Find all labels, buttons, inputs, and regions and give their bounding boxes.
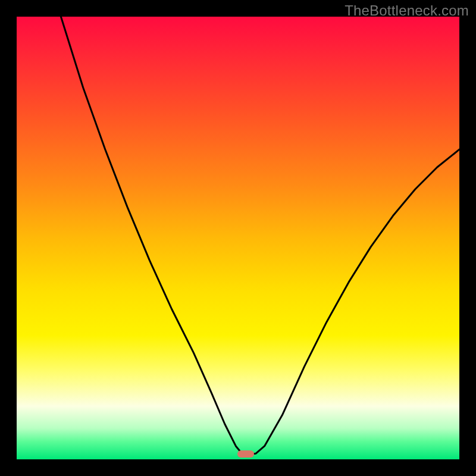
bottleneck-curve <box>61 17 459 455</box>
chart-frame: TheBottleneck.com <box>0 0 476 476</box>
plot-area <box>17 17 459 459</box>
optimum-marker <box>237 450 254 458</box>
curve-svg <box>17 17 459 459</box>
